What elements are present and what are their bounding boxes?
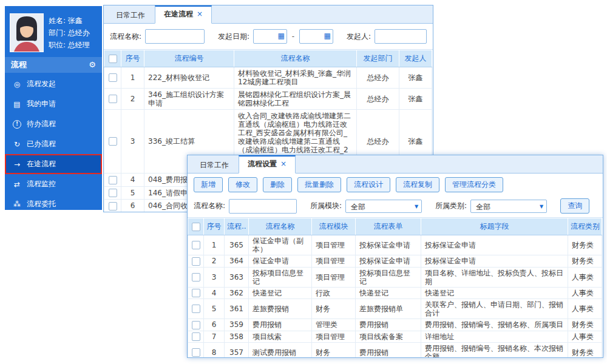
row-checkbox[interactable] [109, 176, 117, 184]
toolbar-button[interactable]: 新增 [194, 177, 223, 192]
process-name-input[interactable] [145, 29, 205, 44]
window1-filter-row: 流程名称: 发起日期: ▦ - ▦ 发起人: [104, 24, 433, 50]
process-name-input[interactable] [229, 199, 297, 214]
table-row: 1365保证金申请（副本）项目管理投标保证金申请投标保证金申请财务类 [188, 235, 602, 255]
calendar-icon[interactable]: ▦ [324, 32, 331, 40]
process-name-cell: 保证金申请（副本） [249, 235, 312, 255]
sidebar-item-link[interactable]: ◎流程发起 [5, 74, 102, 94]
process-name-cell: 费用报销 [249, 319, 312, 331]
row-checkbox[interactable] [192, 257, 200, 266]
initiator-label: 发起人: [347, 32, 371, 42]
tab-active[interactable]: 在途流程× [155, 5, 212, 24]
form-cell: 投标保证金申请 [356, 255, 421, 268]
toolbar-button[interactable]: 批量删除 [297, 177, 341, 192]
sidebar-item-label: 待办流程 [27, 119, 56, 129]
toolbar-button[interactable]: 删除 [263, 177, 292, 192]
row-index-cell: 4 [121, 174, 144, 187]
sidebar-section-header: 流程 ⚙ [5, 57, 102, 73]
sidebar-item-link[interactable]: ↻已办流程 [5, 134, 102, 154]
module-cell: 项目管理 [312, 331, 356, 343]
gear-icon[interactable]: ⚙ [89, 57, 96, 73]
tab-active[interactable]: 流程设置× [239, 155, 296, 174]
module-select[interactable]: 全部 ▼ [345, 200, 422, 213]
process-id-cell: 361 [225, 299, 249, 319]
module-select-value: 全部 [351, 203, 365, 211]
user-photo-image [10, 14, 43, 52]
date-range-separator: - [291, 32, 296, 41]
sidebar-item-link[interactable]: ▤我的申请 [5, 94, 102, 114]
row-checkbox[interactable] [192, 332, 200, 341]
toolbar-button[interactable]: 流程设计 [347, 177, 390, 192]
transit-icon: → [13, 160, 21, 169]
delegated-icon: ⁂ [13, 220, 21, 229]
form-cell: 投标项目信息登记 [356, 267, 421, 287]
start-date-from-input[interactable]: ▦ [253, 29, 287, 44]
category-label: 所属类别: [435, 201, 467, 211]
calendar-icon[interactable]: ▦ [278, 32, 285, 40]
sidebar-item-label: 被委托流程 [27, 219, 63, 229]
toolbar-button[interactable]: 流程复制 [396, 177, 439, 192]
form-cell: 项目线索备案 [356, 331, 421, 343]
process-settings-panel: 日常工作流程设置× 新增修改删除批量删除流程设计流程复制管理流程分类 流程名称:… [187, 155, 603, 358]
sidebar-item-link[interactable]: ⁂被委托流程 [5, 214, 102, 234]
row-checkbox[interactable] [192, 273, 200, 281]
row-checkbox[interactable] [192, 289, 200, 297]
tab-label: 日常工作 [116, 11, 145, 19]
tab-label: 流程设置 [248, 160, 277, 168]
user-dept: 部门: 总经办 [49, 28, 90, 38]
process-name-label: 流程名称: [194, 201, 225, 211]
close-tab-icon[interactable]: × [280, 160, 287, 168]
initiator-input[interactable] [375, 29, 427, 44]
sidebar-item-active[interactable]: →在途流程 [5, 154, 102, 174]
module-cell: 项目管理 [312, 235, 356, 255]
table-row: 3363投标项目信息登记项目管理投标项目信息登记项目名称、详细地址、投标负责人、… [188, 267, 602, 287]
column-header: 流程名称 [234, 50, 357, 67]
row-checkbox[interactable] [192, 321, 200, 329]
checkbox-cell [188, 319, 204, 331]
table-row: 1222_材料验收登记材料验收登记_材料采购_张鑫_华润12城房建工程项目总经办… [104, 67, 432, 89]
title-fields-cell: 快递登记 [421, 287, 568, 299]
row-checkbox[interactable] [109, 189, 117, 197]
form-cell: 费用报销 [356, 343, 421, 359]
form-cell: 差旅费报销单 [356, 299, 421, 319]
sidebar-item-link[interactable]: ⁂流程委托 [5, 194, 102, 214]
checkbox-cell [188, 299, 204, 319]
row-index-cell: 6 [121, 200, 144, 213]
sidebar-menu: ◎流程发起▤我的申请!待办流程↻已办流程→在途流程⇄流程监控⁂流程委托⁂被委托流… [5, 73, 102, 234]
toolbar-button[interactable]: 修改 [228, 177, 257, 192]
broadcast-icon: ◎ [13, 80, 21, 89]
sidebar-item-label: 流程监控 [27, 179, 56, 189]
chevron-down-icon: ▼ [540, 200, 543, 214]
row-checkbox[interactable] [109, 55, 117, 63]
process-name-cell: 晨铭园林绿化工程组织设计方案_晨铭园林绿化工程 [234, 89, 357, 110]
process-name-label: 流程名称: [110, 32, 141, 42]
module-cell: 财务 [312, 343, 356, 359]
process-id-cell: 357 [225, 343, 249, 359]
row-checkbox[interactable] [192, 241, 200, 249]
close-tab-icon[interactable]: × [197, 10, 203, 18]
tab-item[interactable]: 日常工作 [107, 8, 154, 23]
row-checkbox[interactable] [109, 137, 117, 146]
sidebar-item-label: 流程委托 [27, 199, 56, 209]
sidebar-item-link[interactable]: !待办流程 [5, 114, 102, 134]
row-checkbox[interactable] [192, 223, 200, 231]
tab-item[interactable]: 日常工作 [191, 158, 237, 173]
table-row: 7358项目线索项目管理项目线索备案详细地址人事类 [188, 331, 602, 343]
sidebar-item-link[interactable]: ⇄流程监控 [5, 174, 102, 194]
toolbar-button[interactable]: 管理流程分类 [445, 177, 503, 192]
category-select[interactable]: 全部 ▼ [470, 200, 547, 213]
sidebar: 姓名: 张鑫 部门: 总经办 职位: 总经理 流程 ⚙ ◎流程发起▤我的申请!待… [5, 6, 102, 210]
row-checkbox[interactable] [192, 348, 200, 357]
row-index-cell: 8 [204, 343, 225, 359]
row-checkbox[interactable] [192, 305, 200, 313]
sidebar-section-title: 流程 [11, 57, 27, 73]
start-date-to-input[interactable]: ▦ [299, 29, 333, 44]
row-checkbox[interactable] [109, 95, 117, 103]
row-checkbox[interactable] [109, 73, 117, 82]
query-button[interactable]: 查询 [560, 198, 589, 214]
title-fields-cell: 费用报销、报销编号、报销名称、所属项目 [421, 319, 568, 331]
user-title: 职位: 总经理 [49, 40, 90, 50]
process-name-cell: 保证金申请 [249, 255, 312, 268]
column-header: 序号 [121, 50, 144, 67]
row-checkbox[interactable] [109, 202, 117, 211]
